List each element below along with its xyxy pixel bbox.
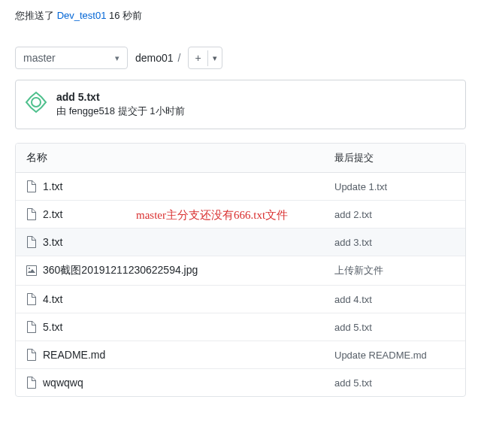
file-name-cell: 5.txt — [26, 321, 334, 333]
header-commit: 最后提交 — [334, 151, 455, 165]
commit-message[interactable]: Update README.md — [334, 350, 455, 361]
commit-message[interactable]: add 3.txt — [334, 237, 455, 248]
file-icon — [26, 377, 37, 389]
file-link[interactable]: 360截图20191211230622594.jpg — [43, 264, 198, 277]
file-name-cell: wqwqwq — [26, 377, 334, 389]
toolbar: master ▾ demo01 / + ▾ — [15, 47, 466, 69]
breadcrumb-repo[interactable]: demo01 — [135, 52, 174, 64]
svg-point-0 — [25, 91, 47, 114]
file-name-cell: 4.txt — [26, 293, 334, 305]
file-name-cell: 2.txt — [26, 208, 334, 220]
chevron-down-icon: ▾ — [115, 53, 119, 63]
file-icon — [26, 180, 37, 192]
file-table-header: 名称 最后提交 — [16, 144, 465, 173]
file-table: 名称 最后提交 1.txtUpdate 1.txt2.txtadd 2.txtm… — [15, 143, 466, 397]
push-branch-link[interactable]: Dev_test01 — [57, 10, 107, 21]
file-link[interactable]: 5.txt — [43, 321, 62, 333]
file-link[interactable]: 3.txt — [43, 236, 62, 248]
add-dropdown[interactable]: ▾ — [207, 50, 222, 66]
commit-message[interactable]: add 2.txt — [334, 209, 455, 220]
commit-meta: 由 fengge518 提交于 1小时前 — [56, 104, 185, 118]
latest-commit-card: add 5.txt 由 fengge518 提交于 1小时前 — [15, 80, 466, 129]
image-icon — [26, 265, 37, 277]
file-link[interactable]: 1.txt — [43, 180, 62, 192]
table-row: 4.txtadd 4.txt — [16, 285, 465, 313]
commit-message[interactable]: Update 1.txt — [334, 181, 455, 192]
file-icon — [26, 208, 37, 220]
header-name: 名称 — [26, 151, 334, 165]
commit-author[interactable]: fengge518 — [69, 105, 115, 117]
commit-time: 1小时前 — [150, 105, 184, 117]
branch-selector[interactable]: master ▾ — [15, 47, 128, 69]
add-button[interactable]: + — [189, 49, 207, 67]
file-icon — [26, 293, 37, 305]
commit-message[interactable]: add 5.txt — [334, 377, 455, 389]
file-link[interactable]: README.md — [43, 349, 105, 361]
file-name-cell: 360截图20191211230622594.jpg — [26, 264, 334, 277]
commit-message[interactable]: 上传新文件 — [334, 264, 455, 277]
add-menu: + ▾ — [188, 47, 222, 69]
file-name-cell: 3.txt — [26, 236, 334, 248]
branch-name: master — [23, 52, 56, 64]
table-row: 3.txtadd 3.txt — [16, 228, 465, 256]
table-row: 2.txtadd 2.txtmaster主分支还没有666.txt文件 — [16, 200, 465, 228]
file-name-cell: 1.txt — [26, 180, 334, 192]
breadcrumb-separator: / — [178, 52, 181, 64]
breadcrumb: demo01 / — [135, 52, 180, 64]
table-row: 360截图20191211230622594.jpg上传新文件 — [16, 256, 465, 285]
table-row: wqwqwqadd 5.txt — [16, 368, 465, 396]
commit-message[interactable]: add 4.txt — [334, 294, 455, 305]
commit-message[interactable]: add 5.txt — [334, 322, 455, 333]
file-icon — [26, 321, 37, 333]
table-row: README.mdUpdate README.md — [16, 341, 465, 368]
file-icon — [26, 236, 37, 248]
commit-info: add 5.txt 由 fengge518 提交于 1小时前 — [56, 91, 185, 118]
push-time: 16 秒前 — [109, 10, 142, 21]
file-link[interactable]: 4.txt — [43, 293, 62, 305]
file-name-cell: README.md — [26, 349, 334, 361]
push-notice: 您推送了 Dev_test01 16 秒前 — [15, 0, 466, 32]
push-prefix: 您推送了 — [15, 10, 54, 21]
table-row: 1.txtUpdate 1.txt — [16, 173, 465, 200]
table-row: 5.txtadd 5.txt — [16, 313, 465, 341]
file-icon — [26, 349, 37, 361]
avatar — [25, 91, 47, 114]
file-link[interactable]: wqwqwq — [43, 377, 83, 389]
file-link[interactable]: 2.txt — [43, 208, 62, 220]
commit-title[interactable]: add 5.txt — [56, 91, 185, 103]
